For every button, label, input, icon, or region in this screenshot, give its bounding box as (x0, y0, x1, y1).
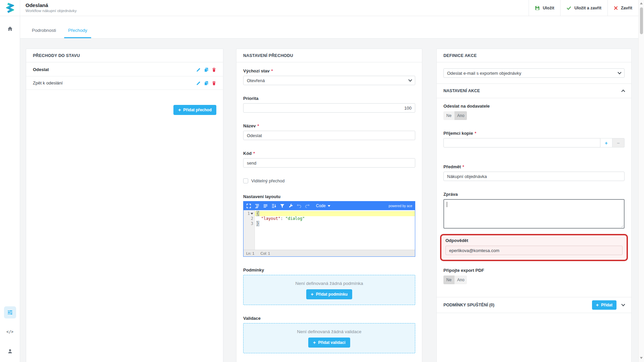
transition-settings-title: NASTAVENÍ PŘECHODU (236, 49, 422, 62)
scroll-up-arrow-icon[interactable] (640, 2, 643, 4)
toggle-option-ne[interactable]: Ne (443, 111, 454, 120)
add-transition-button[interactable]: + Přidat přechod (173, 105, 216, 115)
scroll-down-arrow-icon[interactable] (640, 357, 643, 359)
add-validation-button[interactable]: + Přidat validaci (308, 338, 350, 348)
message-textarea[interactable] (443, 199, 625, 229)
transition-row-odeslat[interactable]: Odeslat (26, 62, 223, 76)
editor-mode-label: Code (316, 203, 326, 208)
validations-empty-text: Není definovaná žádná validace (297, 329, 361, 334)
resize-grip[interactable] (620, 224, 623, 227)
reply-to-input[interactable] (445, 246, 623, 255)
subject-input[interactable] (443, 172, 625, 181)
sidebar-user-button[interactable] (4, 345, 16, 357)
add-condition-label: Přidat podmínku (316, 292, 348, 297)
chevron-up-icon (621, 89, 625, 93)
compact-icon[interactable] (263, 203, 268, 208)
tab-podrobnosti[interactable]: Podrobnosti (32, 28, 56, 38)
delete-icon[interactable] (212, 81, 216, 85)
cc-add-button[interactable]: + (600, 138, 612, 147)
sort-icon[interactable] (271, 203, 276, 208)
editor-code-lines: { "layout": "dialog" } (255, 210, 415, 250)
attach-pdf-label: Připojte export PDF (443, 268, 625, 273)
add-run-condition-label: Přidat (601, 303, 612, 307)
toggle-option-ano[interactable]: Ano (454, 276, 467, 284)
conditions-empty-zone: Není definovaná žádná podmínka + Přidat … (243, 275, 415, 305)
save-icon (535, 6, 540, 10)
edit-icon[interactable] (196, 67, 201, 72)
home-icon (7, 26, 13, 32)
undo-icon[interactable] (297, 203, 302, 208)
sidebar-home-button[interactable] (4, 23, 16, 35)
toggle-option-ano[interactable]: Ano (454, 111, 467, 120)
format-icon[interactable] (255, 203, 260, 208)
action-settings-header[interactable]: NASTAVENÍ AKCE (443, 84, 625, 98)
repair-icon[interactable] (288, 203, 293, 208)
action-definition-panel: DEFINICE AKCE Odeslat e-mail s exportem … (436, 49, 632, 362)
plus-icon: + (313, 341, 316, 344)
scrollbar-thumb[interactable] (640, 7, 643, 34)
caret-down-icon (328, 205, 330, 207)
subject-label: Předmět* (443, 164, 625, 169)
field-label-podminky: Podmínky (243, 267, 415, 273)
field-label-layout: Nastavení layoutu (243, 194, 415, 199)
chevron-down-icon (408, 78, 412, 81)
vychozi-stav-select[interactable]: Otevřená (243, 76, 415, 85)
check-icon (567, 6, 571, 10)
reply-to-highlight-box: Odpovědět (440, 234, 628, 261)
conditions-empty-text: Není definovaná žádná podmínka (296, 281, 363, 286)
transitions-panel-title: PŘECHODY DO STAVU (26, 49, 223, 62)
add-transition-label: Přidat přechod (183, 108, 212, 112)
filter-icon[interactable] (280, 203, 285, 208)
vertical-scrollbar[interactable] (638, 0, 644, 362)
kod-input[interactable] (243, 158, 415, 168)
plus-icon: + (311, 293, 314, 296)
tab-prechody[interactable]: Přechody (68, 28, 87, 38)
cc-remove-button[interactable]: − (612, 138, 625, 147)
json-editor-code-area[interactable]: 1 2 3 { "layout": "dialog" } (244, 210, 415, 250)
toggle-option-ne[interactable]: Ne (443, 276, 454, 284)
save-and-close-button[interactable]: Uložit a zavřít (560, 0, 607, 16)
sidebar-workflow-settings-button[interactable] (4, 306, 16, 318)
edit-icon[interactable] (196, 81, 201, 85)
copy-icon[interactable] (204, 81, 209, 85)
action-type-value: Odeslat e-mail s exportem objednávky (447, 71, 521, 76)
action-settings-title: NASTAVENÍ AKCE (443, 88, 480, 93)
nazev-input[interactable] (243, 131, 415, 140)
run-conditions-header[interactable]: PODMÍNKY SPUŠTĚNÍ (0) + Přidat (443, 297, 625, 313)
expand-icon[interactable] (246, 203, 251, 208)
fold-icon[interactable] (251, 213, 253, 215)
powered-by-ace-label: powered by ace (388, 204, 412, 208)
header-actions: Uložit Uložit a zavřít Zavřít (529, 0, 638, 16)
cc-input[interactable] (443, 138, 600, 147)
editor-col-indicator: Col: 1 (260, 251, 270, 255)
field-label-priorita: Priorita (243, 96, 415, 101)
viditelny-prechod-checkbox[interactable] (243, 178, 248, 183)
delete-icon[interactable] (212, 67, 216, 72)
cc-label: Příjemci kopie* (443, 131, 625, 136)
redo-icon[interactable] (305, 203, 310, 208)
main-area: Podrobnosti Přechody PŘECHODY DO STAVU O… (20, 16, 638, 362)
add-condition-button[interactable]: + Přidat podmínku (306, 289, 353, 299)
plus-icon: + (596, 303, 599, 307)
action-type-select[interactable]: Odeslat e-mail s exportem objednávky (443, 68, 625, 78)
copy-icon[interactable] (204, 67, 209, 72)
close-button-label: Zavřít (621, 6, 632, 10)
message-label: Zpráva (443, 192, 625, 197)
transition-row-zpet[interactable]: Zpět k odeslání (26, 76, 223, 90)
priorita-input[interactable] (243, 103, 415, 113)
sidebar-code-button[interactable]: </> (4, 326, 16, 338)
layout-json-editor[interactable]: Code powered by ace 1 2 3 { (243, 201, 415, 257)
required-marker: * (463, 165, 464, 169)
json-editor-toolbar: Code powered by ace (244, 201, 415, 210)
transition-row-actions (196, 81, 216, 85)
action-definition-title: DEFINICE AKCE (437, 49, 631, 62)
close-button[interactable]: Zavřít (607, 0, 638, 16)
save-button[interactable]: Uložit (529, 0, 560, 16)
top-bar: Odeslaná Workflow nákupní objednávky Ulo… (0, 0, 638, 16)
add-run-condition-button[interactable]: + Přidat (592, 300, 616, 310)
page-title: Odeslaná (25, 2, 529, 8)
send-to-supplier-label: Odeslat na dodavatele (443, 104, 625, 109)
editor-mode-select[interactable]: Code (316, 203, 330, 208)
app-logo[interactable] (0, 0, 20, 16)
field-label-nazev: Název* (243, 123, 415, 128)
